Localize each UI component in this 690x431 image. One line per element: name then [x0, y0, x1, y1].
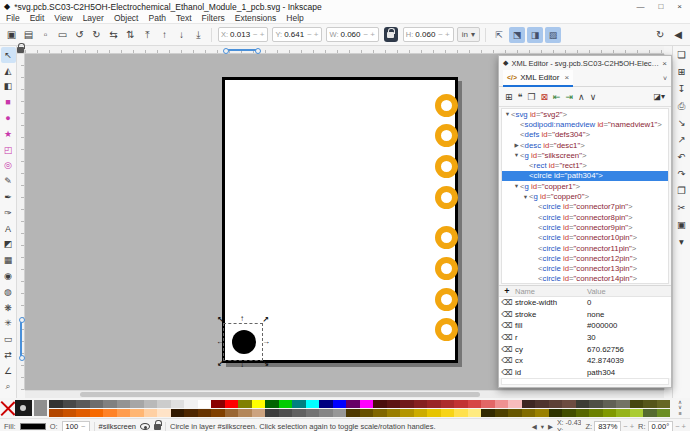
- pencil-tool[interactable]: ✎: [1, 173, 16, 189]
- zoom-minus-button[interactable]: −: [623, 422, 627, 431]
- palette-swatch[interactable]: [90, 400, 104, 408]
- palette-swatch[interactable]: [252, 400, 266, 408]
- new-text-node-icon[interactable]: ❝: [518, 92, 523, 102]
- attribute-value[interactable]: 30: [587, 333, 671, 342]
- xml-tree-node-connector8pin[interactable]: <circle id="connector8pin">: [502, 212, 668, 222]
- zoom-tool[interactable]: ⌕: [1, 379, 16, 395]
- palette-swatch[interactable]: [508, 409, 522, 417]
- xml-tree-node-namedview1[interactable]: <sodipodi:namedview id="namedview1">: [502, 119, 668, 129]
- star-tool[interactable]: ★: [1, 126, 16, 142]
- add-attribute-button[interactable]: +: [499, 286, 515, 296]
- palette-swatch[interactable]: [184, 409, 198, 417]
- width-field-value[interactable]: 0.060: [341, 30, 363, 39]
- delete-attribute-icon[interactable]: ⌫: [499, 310, 515, 319]
- rectangle-tool[interactable]: ■: [1, 94, 16, 110]
- palette-swatch[interactable]: [319, 409, 333, 417]
- tab-overflow-chevron-icon[interactable]: ˅: [663, 75, 667, 82]
- palette-swatch[interactable]: [319, 400, 333, 408]
- menu-extensions[interactable]: Extensions: [235, 13, 277, 23]
- palette-swatch[interactable]: [495, 400, 509, 408]
- print-icon[interactable]: ⎙: [674, 99, 689, 112]
- scale-handle[interactable]: ↙: [217, 360, 224, 368]
- pcb-pad-ring[interactable]: [435, 94, 458, 117]
- maximize-button[interactable]: □: [658, 2, 663, 11]
- menu-layer[interactable]: Layer: [83, 13, 104, 23]
- delete-attribute-icon[interactable]: ⌫: [499, 298, 515, 307]
- palette-swatch[interactable]: [603, 409, 617, 417]
- scale-handle[interactable]: ←: [216, 338, 224, 346]
- x-plus-button[interactable]: +: [259, 30, 266, 39]
- svg-page[interactable]: ↖ ↑ ↗ → ↘ ↓ ↙ ←: [222, 77, 458, 363]
- undo-icon[interactable]: ↶: [674, 150, 689, 163]
- palette-swatch[interactable]: [373, 400, 387, 408]
- gray-swatch[interactable]: [34, 400, 47, 416]
- height-plus-button[interactable]: +: [444, 30, 451, 39]
- y-minus-button[interactable]: −: [306, 30, 313, 39]
- scale-handle[interactable]: →: [262, 338, 270, 346]
- palette-swatch[interactable]: [63, 409, 77, 417]
- xml-tree-node-path304[interactable]: <circle id="path304">: [502, 171, 668, 181]
- layer-name[interactable]: #silkscreen: [99, 422, 137, 431]
- opacity-field[interactable]: 100 −: [62, 421, 90, 431]
- palette-swatch[interactable]: [616, 409, 630, 417]
- attribute-row-cx[interactable]: ⌫cx42.874039: [499, 355, 671, 367]
- palette-swatch[interactable]: [103, 409, 117, 417]
- palette-swatch[interactable]: [387, 409, 401, 417]
- lower-icon[interactable]: ↓: [174, 27, 189, 43]
- rotation-minus-button[interactable]: −: [675, 422, 679, 431]
- delete-attribute-icon[interactable]: ⌫: [499, 356, 515, 365]
- attribute-value[interactable]: 670.62756: [587, 345, 671, 354]
- palette-swatch[interactable]: [49, 409, 63, 417]
- attribute-value[interactable]: path304: [587, 368, 671, 377]
- palette-swatch[interactable]: [427, 409, 441, 417]
- delete-attribute-icon[interactable]: ⌫: [499, 368, 515, 377]
- palette-swatch[interactable]: [643, 400, 657, 408]
- x-field[interactable]: X: 0.013 − +: [218, 27, 268, 42]
- palette-swatch[interactable]: [157, 400, 171, 408]
- xml-tree-node-connector11pin[interactable]: <circle id="connector11pin">: [502, 243, 668, 253]
- horizontal-ruler[interactable]: [25, 46, 664, 54]
- flip-vertical-icon[interactable]: ⇅: [123, 27, 138, 43]
- calligraphy-tool[interactable]: ✑: [1, 205, 16, 221]
- palette-swatch[interactable]: [468, 409, 482, 417]
- scale-handle[interactable]: ↑: [240, 315, 244, 323]
- palette-menu-icon[interactable]: ≡: [678, 411, 681, 417]
- xml-tree-node-copper1[interactable]: ▼<g id="copper1">: [502, 181, 668, 191]
- spray-tool[interactable]: ✳: [1, 316, 16, 332]
- pcb-pad-ring[interactable]: [435, 124, 458, 147]
- attribute-value[interactable]: 0: [587, 298, 671, 307]
- palette-swatch[interactable]: [211, 400, 225, 408]
- attribute-value[interactable]: none: [587, 310, 671, 319]
- xml-panel-close-icon[interactable]: ×: [662, 59, 667, 68]
- palette-swatch[interactable]: [549, 409, 563, 417]
- xml-panel-title-bar[interactable]: ◆ XML Editor - svg.pcb.SC03-C2H5OH-Elect…: [499, 56, 671, 70]
- eraser-tool[interactable]: ▭: [1, 331, 16, 347]
- lock-aspect-ratio-button[interactable]: [384, 27, 398, 42]
- palette-swatch[interactable]: [400, 400, 414, 408]
- palette-swatch[interactable]: [346, 409, 360, 417]
- palette-swatch[interactable]: [535, 400, 549, 408]
- pen-tool[interactable]: ✒: [1, 189, 16, 205]
- palette-swatch[interactable]: [441, 409, 455, 417]
- palette-swatch[interactable]: [211, 409, 225, 417]
- horizontal-scrollbar-thumb[interactable]: [80, 392, 480, 397]
- palette-swatch[interactable]: [103, 400, 117, 408]
- tab-xml-editor[interactable]: </> XML Editor ×: [503, 70, 573, 87]
- selected-circle-path304[interactable]: [232, 330, 256, 354]
- scale-handle[interactable]: ↗: [262, 316, 269, 324]
- tree-expander-icon[interactable]: ▼: [513, 152, 520, 158]
- delete-attribute-icon[interactable]: ⌫: [499, 333, 515, 342]
- commands-more-icon[interactable]: ▾: [674, 235, 689, 248]
- palette-swatch[interactable]: [562, 409, 576, 417]
- palette-swatch[interactable]: [400, 409, 414, 417]
- move-node-down-icon[interactable]: ∨: [590, 92, 597, 102]
- unindent-node-icon[interactable]: ⇤: [553, 92, 561, 102]
- palette-swatch[interactable]: [616, 400, 630, 408]
- tree-expander-icon[interactable]: ▶: [513, 142, 520, 148]
- statusbar-dropdown-icon[interactable]: ▾: [541, 423, 544, 431]
- layer-lock-icon[interactable]: [154, 424, 161, 430]
- palette-swatch[interactable]: [468, 400, 482, 408]
- xml-tree-node-defs304[interactable]: <defs id="defs304">: [502, 130, 668, 140]
- xml-tree-node-rect1[interactable]: <rect id="rect1">: [502, 160, 668, 170]
- dropper-tool[interactable]: ◉: [1, 268, 16, 284]
